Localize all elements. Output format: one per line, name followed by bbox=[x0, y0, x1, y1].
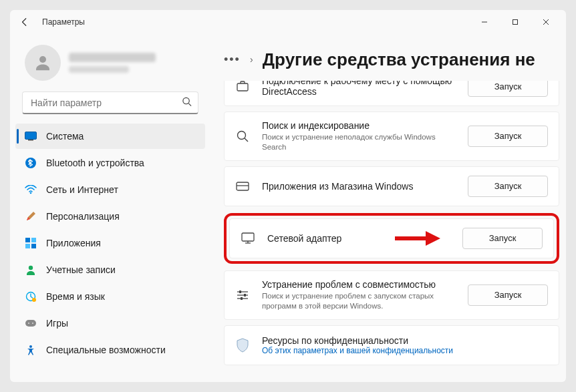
svg-rect-11 bbox=[25, 238, 30, 242]
apps-icon bbox=[25, 237, 37, 249]
nav-accessibility[interactable]: Специальные возможности bbox=[15, 337, 205, 363]
card-privacy: Ресурсы по конфиденциальности Об этих па… bbox=[224, 325, 559, 365]
store-icon bbox=[235, 179, 250, 194]
breadcrumb-more-icon[interactable]: ••• bbox=[224, 53, 241, 67]
gaming-icon bbox=[25, 317, 37, 329]
svg-point-19 bbox=[28, 323, 29, 324]
run-button-search[interactable]: Запуск bbox=[468, 126, 548, 147]
card-title: Сетевой адаптер bbox=[267, 233, 450, 244]
svg-rect-25 bbox=[237, 182, 249, 190]
nav-label: Bluetooth и устройства bbox=[46, 158, 144, 168]
privacy-link[interactable]: Об этих параметрах и вашей конфиденциаль… bbox=[262, 346, 548, 355]
page-title: Другие средства устранения не bbox=[263, 49, 535, 70]
card-title: Устранение проблем с совместимостью bbox=[262, 279, 456, 290]
svg-rect-8 bbox=[28, 140, 33, 141]
svg-point-4 bbox=[39, 56, 46, 63]
svg-point-10 bbox=[30, 192, 32, 194]
nav-label: Игры bbox=[46, 318, 68, 329]
svg-point-21 bbox=[29, 345, 32, 348]
nav-accounts[interactable]: Учетные записи bbox=[15, 257, 205, 282]
profile-name bbox=[69, 53, 156, 62]
titlebar: Параметры bbox=[10, 10, 566, 34]
shield-icon bbox=[235, 338, 250, 353]
sliders-icon bbox=[235, 288, 250, 303]
svg-rect-27 bbox=[242, 233, 254, 241]
chevron-right-icon: › bbox=[250, 54, 253, 65]
nav-time[interactable]: Время и язык bbox=[15, 284, 205, 309]
svg-rect-35 bbox=[239, 290, 241, 293]
briefcase-icon bbox=[235, 81, 250, 93]
card-network-adapter: Сетевой адаптер Запуск bbox=[229, 218, 554, 258]
card-search-index: Поиск и индексирование Поиск и устранени… bbox=[224, 112, 559, 161]
sidebar: Система Bluetooth и устройства Сеть и Ин… bbox=[10, 34, 210, 382]
nav-system[interactable]: Система bbox=[15, 124, 205, 149]
accessibility-icon bbox=[25, 344, 37, 356]
svg-point-20 bbox=[32, 323, 33, 324]
profile-block[interactable] bbox=[13, 37, 208, 91]
run-button-directaccess[interactable]: Запуск bbox=[468, 81, 548, 97]
card-subtitle: Поиск и устранение проблем с запуском ст… bbox=[262, 291, 456, 311]
main-panel: ••• › Другие средства устранения не Подк… bbox=[210, 34, 566, 382]
maximize-button[interactable] bbox=[500, 13, 530, 31]
close-button[interactable] bbox=[531, 13, 561, 31]
accounts-icon bbox=[25, 264, 37, 276]
nav-label: Приложения bbox=[46, 238, 101, 248]
nav-label: Специальные возможности bbox=[46, 345, 166, 355]
nav-label: Сеть и Интернет bbox=[46, 184, 118, 195]
svg-rect-36 bbox=[244, 294, 246, 297]
card-store-apps: Приложения из Магазина Windows Запуск bbox=[224, 166, 559, 206]
nav-gaming[interactable]: Игры bbox=[15, 311, 205, 336]
profile-email bbox=[69, 66, 129, 73]
run-button-netadapter[interactable]: Запуск bbox=[462, 228, 543, 249]
svg-rect-14 bbox=[31, 244, 36, 248]
search-icon bbox=[182, 97, 192, 110]
nav-label: Время и язык bbox=[46, 291, 105, 302]
svg-rect-22 bbox=[237, 83, 248, 91]
monitor-icon bbox=[241, 231, 255, 246]
run-button-store[interactable]: Запуск bbox=[468, 176, 548, 197]
svg-line-6 bbox=[188, 104, 191, 106]
svg-point-9 bbox=[25, 158, 36, 168]
nav-network[interactable]: Сеть и Интернет bbox=[15, 177, 205, 202]
card-title: Ресурсы по конфиденциальности bbox=[262, 335, 548, 346]
svg-point-23 bbox=[238, 131, 246, 139]
nav-apps[interactable]: Приложения bbox=[15, 230, 205, 256]
card-title: Поиск и индексирование bbox=[262, 120, 456, 131]
brush-icon bbox=[25, 210, 37, 222]
search-input[interactable] bbox=[22, 91, 198, 114]
system-icon bbox=[25, 130, 37, 142]
svg-point-15 bbox=[29, 266, 33, 270]
highlight-frame: Сетевой адаптер Запуск bbox=[224, 213, 559, 264]
window-title: Параметры bbox=[42, 17, 85, 27]
svg-point-5 bbox=[183, 97, 189, 104]
nav-bluetooth[interactable]: Bluetooth и устройства bbox=[15, 150, 205, 176]
svg-rect-1 bbox=[513, 20, 518, 25]
person-icon bbox=[33, 53, 53, 73]
nav-personalization[interactable]: Персонализация bbox=[15, 204, 205, 229]
nav-label: Учетные записи bbox=[46, 264, 116, 275]
clock-icon bbox=[25, 290, 37, 303]
card-directaccess: Подключение к рабочему месту с помощью D… bbox=[224, 81, 559, 106]
wifi-icon bbox=[25, 184, 37, 196]
svg-rect-37 bbox=[241, 297, 243, 300]
svg-line-24 bbox=[245, 138, 248, 142]
svg-rect-18 bbox=[25, 320, 36, 327]
back-button[interactable] bbox=[15, 13, 34, 31]
nav-label: Система bbox=[46, 131, 84, 142]
bluetooth-icon bbox=[25, 157, 37, 169]
minimize-button[interactable] bbox=[470, 13, 499, 31]
nav-label: Персонализация bbox=[46, 211, 120, 222]
card-title: Подключение к рабочему месту с помощью D… bbox=[262, 81, 456, 97]
avatar bbox=[25, 45, 61, 81]
svg-rect-12 bbox=[31, 238, 36, 242]
search-icon bbox=[235, 129, 250, 144]
card-subtitle: Поиск и устранение неполадок службы Wind… bbox=[262, 132, 456, 152]
card-title: Приложения из Магазина Windows bbox=[262, 181, 456, 192]
svg-point-17 bbox=[32, 298, 36, 302]
svg-rect-13 bbox=[25, 244, 30, 248]
svg-rect-7 bbox=[25, 132, 37, 140]
run-button-compat[interactable]: Запуск bbox=[468, 284, 548, 306]
card-compatibility: Устранение проблем с совместимостью Поис… bbox=[224, 270, 559, 320]
